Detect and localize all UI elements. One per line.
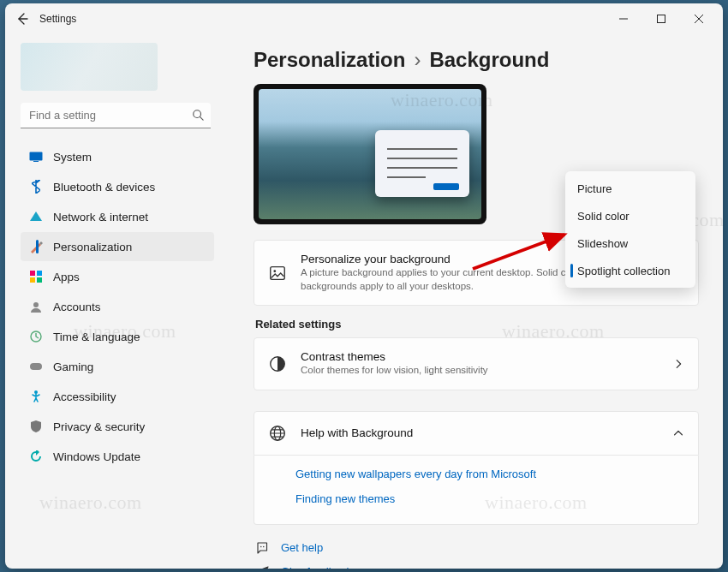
- sidebar: SystemBluetooth & devicesNetwork & inter…: [5, 34, 219, 569]
- get-help-link[interactable]: Get help: [281, 541, 323, 554]
- dropdown-option-spotlight-collection[interactable]: Spotlight collection: [569, 257, 692, 284]
- svg-rect-5: [37, 271, 42, 276]
- personalization-icon: [29, 240, 43, 253]
- contrast-themes-card[interactable]: Contrast themes Color themes for low vis…: [254, 337, 699, 390]
- close-icon: [695, 15, 703, 23]
- titlebar: Settings: [5, 3, 723, 34]
- minimize-button[interactable]: [605, 6, 642, 32]
- nav-list: SystemBluetooth & devicesNetwork & inter…: [21, 142, 214, 471]
- globe-icon: [268, 424, 287, 443]
- time-icon: [29, 330, 43, 343]
- sidebar-item-apps[interactable]: Apps: [21, 262, 214, 291]
- card-description: Color themes for low vision, light sensi…: [301, 364, 659, 378]
- privacy-icon: [29, 420, 43, 433]
- sidebar-item-time-language[interactable]: Time & language: [21, 322, 214, 351]
- apps-icon: [29, 270, 43, 283]
- help-link[interactable]: Getting new wallpapers every day from Mi…: [295, 468, 698, 480]
- sidebar-item-personalization[interactable]: Personalization: [21, 232, 214, 261]
- sidebar-item-system[interactable]: System: [21, 142, 214, 171]
- sidebar-item-windows-update[interactable]: Windows Update: [21, 442, 214, 471]
- related-settings-label: Related settings: [255, 318, 699, 331]
- svg-rect-7: [37, 277, 42, 283]
- svg-rect-2: [30, 152, 43, 161]
- svg-rect-0: [658, 15, 665, 23]
- image-icon: [268, 264, 287, 283]
- help-link[interactable]: Finding new themes: [295, 492, 698, 505]
- minimize-icon: [619, 15, 628, 23]
- maximize-icon: [657, 15, 665, 23]
- nav-label: Network & internet: [53, 211, 148, 223]
- nav-label: Gaming: [53, 360, 93, 373]
- accessibility-icon: [29, 390, 43, 403]
- sidebar-item-gaming[interactable]: Gaming: [21, 352, 214, 381]
- chevron-right-icon: ›: [414, 48, 421, 72]
- network-icon: [29, 210, 43, 223]
- svg-rect-10: [30, 363, 42, 370]
- close-button[interactable]: [680, 6, 718, 32]
- desktop-preview: [254, 84, 486, 224]
- nav-label: System: [53, 151, 92, 164]
- nav-label: Personalization: [53, 241, 132, 253]
- arrow-left-icon: [15, 12, 29, 26]
- window-title: Settings: [39, 13, 76, 25]
- give-feedback-link[interactable]: Give feedback: [281, 565, 352, 569]
- svg-rect-4: [30, 271, 35, 276]
- nav-label: Accounts: [53, 301, 101, 313]
- settings-window: Settings SystemBluetooth & devicesNetwor…: [5, 3, 723, 569]
- svg-point-13: [273, 270, 276, 272]
- update-icon: [29, 450, 43, 463]
- chevron-right-icon[interactable]: [672, 358, 684, 370]
- background-type-dropdown: PictureSolid colorSlideshowSpotlight col…: [565, 171, 695, 288]
- breadcrumb: Personalization › Background: [254, 48, 699, 72]
- search-icon: [192, 109, 204, 121]
- nav-label: Windows Update: [53, 450, 140, 463]
- svg-rect-6: [30, 277, 35, 283]
- preview-dialog: [375, 130, 469, 197]
- sidebar-item-accounts[interactable]: Accounts: [21, 292, 214, 321]
- svg-rect-3: [33, 161, 39, 162]
- card-title: Help with Background: [301, 426, 659, 439]
- gaming-icon: [29, 360, 43, 373]
- sidebar-item-accessibility[interactable]: Accessibility: [21, 382, 214, 411]
- sidebar-item-bluetooth-devices[interactable]: Bluetooth & devices: [21, 172, 214, 201]
- help-with-background-card[interactable]: Help with Background: [254, 411, 699, 456]
- back-button[interactable]: [10, 7, 34, 31]
- dropdown-option-picture[interactable]: Picture: [569, 175, 692, 202]
- chevron-up-icon[interactable]: [672, 427, 684, 439]
- profile-card[interactable]: [21, 43, 158, 91]
- system-icon: [29, 150, 43, 164]
- svg-rect-12: [271, 266, 285, 279]
- card-title: Contrast themes: [301, 350, 659, 363]
- search-input[interactable]: [21, 103, 211, 128]
- sidebar-item-privacy-security[interactable]: Privacy & security: [21, 412, 214, 441]
- svg-point-8: [33, 302, 39, 307]
- dropdown-option-slideshow[interactable]: Slideshow: [569, 229, 692, 257]
- svg-point-18: [263, 545, 265, 547]
- sidebar-item-network-internet[interactable]: Network & internet: [21, 202, 214, 231]
- breadcrumb-parent[interactable]: Personalization: [254, 48, 405, 72]
- accounts-icon: [29, 300, 43, 313]
- nav-label: Accessibility: [53, 390, 116, 403]
- main-content: Personalization › Background Personalize: [219, 34, 723, 569]
- svg-point-17: [260, 545, 262, 547]
- breadcrumb-current: Background: [429, 48, 549, 72]
- nav-label: Privacy & security: [53, 420, 145, 433]
- svg-point-1: [194, 110, 201, 118]
- preview-wallpaper: [259, 89, 481, 219]
- nav-label: Time & language: [53, 331, 140, 343]
- maximize-button[interactable]: [642, 6, 680, 32]
- help-icon: [255, 540, 271, 556]
- nav-label: Bluetooth & devices: [53, 181, 155, 194]
- contrast-icon: [268, 355, 287, 373]
- nav-label: Apps: [53, 271, 80, 283]
- bluetooth-icon: [29, 180, 43, 194]
- feedback-icon: [255, 564, 271, 569]
- dropdown-option-solid-color[interactable]: Solid color: [569, 202, 692, 229]
